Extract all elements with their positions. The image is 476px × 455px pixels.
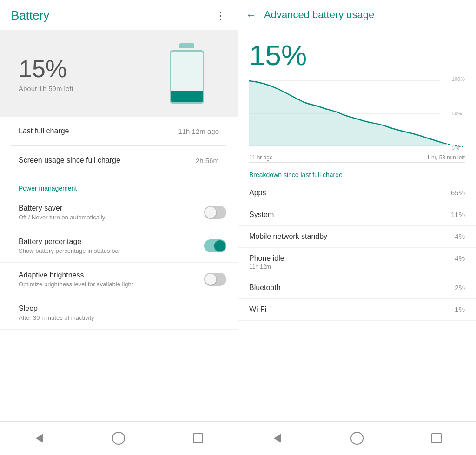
recents-button-right[interactable] bbox=[426, 428, 447, 448]
battery-fill bbox=[171, 91, 203, 102]
breakdown-phone-idle-sublabel: 11h 12m bbox=[249, 264, 284, 270]
breakdown-mobile-row[interactable]: Mobile network standby 4% bbox=[238, 226, 476, 248]
breakdown-wifi-value: 1% bbox=[455, 305, 465, 313]
recents-icon-right bbox=[431, 433, 442, 443]
right-header: ← Advanced battery usage bbox=[238, 0, 476, 29]
battery-saver-text: Battery saver Off / Never turn on automa… bbox=[19, 204, 199, 221]
breakdown-apps-text: Apps bbox=[249, 189, 266, 197]
back-icon-left bbox=[36, 434, 43, 443]
breakdown-phone-idle-row[interactable]: Phone idle 11h 12m 4% bbox=[238, 248, 476, 277]
breakdown-bluetooth-row[interactable]: Bluetooth 2% bbox=[238, 277, 476, 299]
battery-percentage-label: Battery percentage bbox=[19, 237, 204, 246]
breakdown-bluetooth-value: 2% bbox=[455, 284, 465, 291]
screen-usage-label: Screen usage since full charge bbox=[19, 156, 120, 165]
info-section: Last full charge 11h 12m ago Screen usag… bbox=[0, 117, 238, 175]
recents-button-left[interactable] bbox=[188, 428, 208, 448]
breakdown-system-row[interactable]: System 11% bbox=[238, 204, 476, 226]
breakdown-mobile-text: Mobile network standby bbox=[249, 232, 327, 241]
adaptive-brightness-sublabel: Optimize brightness level for available … bbox=[19, 281, 204, 288]
battery-chart-area: 100% 50% 0% 11 hr ago 1 hr, 58 min left bbox=[238, 76, 476, 162]
last-full-charge-label: Last full charge bbox=[19, 127, 69, 135]
breakdown-title: Breakdown since last full charge bbox=[238, 163, 476, 182]
back-button-right[interactable] bbox=[267, 428, 288, 448]
battery-saver-row[interactable]: Battery saver Off / Never turn on automa… bbox=[0, 196, 238, 229]
chart-x-labels: 11 hr ago 1 hr, 58 min left bbox=[249, 152, 465, 161]
adaptive-brightness-toggle-knob bbox=[205, 274, 216, 285]
battery-percentage-sublabel: Show battery percentage in status bar bbox=[19, 247, 204, 254]
chart-start-label: 11 hr ago bbox=[249, 154, 273, 161]
advanced-battery-title: Advanced battery usage bbox=[264, 9, 374, 21]
screen-usage-value: 2h 56m bbox=[196, 157, 219, 165]
adaptive-brightness-toggle[interactable] bbox=[204, 273, 226, 286]
battery-text: 15% About 1h 59m left bbox=[19, 55, 73, 92]
home-button-left[interactable] bbox=[108, 428, 129, 448]
breakdown-system-text: System bbox=[249, 211, 274, 219]
adaptive-brightness-text: Adaptive brightness Optimize brightness … bbox=[19, 271, 204, 288]
battery-saver-toggle-knob bbox=[205, 207, 216, 218]
last-full-charge-row: Last full charge 11h 12m ago bbox=[11, 117, 226, 146]
battery-percentage-toggle-knob bbox=[214, 240, 225, 251]
recents-icon-left bbox=[193, 433, 203, 443]
battery-saver-label: Battery saver bbox=[19, 204, 186, 212]
home-button-right[interactable] bbox=[347, 428, 367, 448]
left-panel: Battery ⋮ 15% About 1h 59m left Last ful… bbox=[0, 0, 238, 455]
breakdown-phone-idle-text: Phone idle 11h 12m bbox=[249, 254, 284, 270]
last-full-charge-value: 11h 12m ago bbox=[178, 127, 219, 135]
breakdown-phone-idle-value: 4% bbox=[455, 254, 465, 262]
adaptive-brightness-label: Adaptive brightness bbox=[19, 271, 204, 279]
breakdown-system-label: System bbox=[249, 211, 274, 219]
battery-chart bbox=[249, 76, 465, 151]
breakdown-apps-row[interactable]: Apps 65% bbox=[238, 182, 476, 204]
right-battery-percent: 15% bbox=[238, 29, 476, 76]
sleep-label: Sleep bbox=[19, 304, 226, 313]
screen-usage-row: Screen usage since full charge 2h 56m bbox=[11, 146, 226, 175]
breakdown-wifi-text: Wi-Fi bbox=[249, 305, 266, 314]
left-nav-bar bbox=[0, 421, 238, 455]
battery-percentage-row[interactable]: Battery percentage Show battery percenta… bbox=[0, 229, 238, 263]
battery-time-left: About 1h 59m left bbox=[19, 85, 73, 92]
sleep-row[interactable]: Sleep After 30 minutes of inactivity bbox=[0, 296, 238, 330]
right-nav-bar bbox=[238, 421, 476, 455]
back-button-left[interactable] bbox=[29, 428, 50, 448]
adaptive-brightness-row[interactable]: Adaptive brightness Optimize brightness … bbox=[0, 263, 238, 296]
battery-terminal bbox=[179, 43, 194, 48]
breakdown-bluetooth-text: Bluetooth bbox=[249, 284, 281, 292]
menu-button[interactable]: ⋮ bbox=[215, 10, 226, 22]
battery-percent-left: 15% bbox=[19, 55, 73, 83]
breakdown-wifi-label: Wi-Fi bbox=[249, 305, 266, 314]
battery-percentage-text: Battery percentage Show battery percenta… bbox=[19, 237, 204, 254]
back-icon-right bbox=[274, 434, 281, 443]
chart-y-0: 0% bbox=[452, 145, 465, 151]
breakdown-wifi-row[interactable]: Wi-Fi 1% bbox=[238, 299, 476, 321]
power-management-title: Power management bbox=[0, 175, 238, 196]
breakdown-mobile-label: Mobile network standby bbox=[249, 232, 327, 241]
breakdown-phone-idle-label: Phone idle bbox=[249, 254, 284, 263]
home-icon-left bbox=[112, 432, 125, 445]
left-header: Battery ⋮ bbox=[0, 0, 238, 30]
battery-body bbox=[170, 50, 204, 104]
battery-title: Battery bbox=[11, 8, 49, 23]
breakdown-mobile-value: 4% bbox=[455, 232, 465, 240]
right-panel: ← Advanced battery usage 15% 100% 50% 0%… bbox=[238, 0, 476, 455]
chart-y-labels: 100% 50% 0% bbox=[452, 76, 465, 151]
chart-end-label: 1 hr, 58 min left bbox=[427, 154, 465, 161]
battery-status-card: 15% About 1h 59m left bbox=[0, 30, 238, 117]
breakdown-apps-label: Apps bbox=[249, 189, 266, 197]
chart-y-100: 100% bbox=[452, 76, 465, 82]
sleep-text: Sleep After 30 minutes of inactivity bbox=[19, 304, 226, 321]
home-icon-right bbox=[350, 432, 364, 445]
breakdown-bluetooth-label: Bluetooth bbox=[249, 284, 281, 292]
battery-saver-toggle[interactable] bbox=[204, 206, 226, 219]
back-arrow-button[interactable]: ← bbox=[245, 8, 257, 21]
breakdown-system-value: 11% bbox=[451, 211, 465, 218]
breakdown-apps-value: 65% bbox=[451, 189, 465, 197]
sleep-sublabel: After 30 minutes of inactivity bbox=[19, 314, 226, 321]
battery-icon bbox=[166, 43, 208, 104]
battery-percentage-toggle[interactable] bbox=[204, 239, 226, 252]
battery-saver-sublabel: Off / Never turn on automatically bbox=[19, 214, 186, 221]
chart-y-50: 50% bbox=[452, 111, 465, 116]
